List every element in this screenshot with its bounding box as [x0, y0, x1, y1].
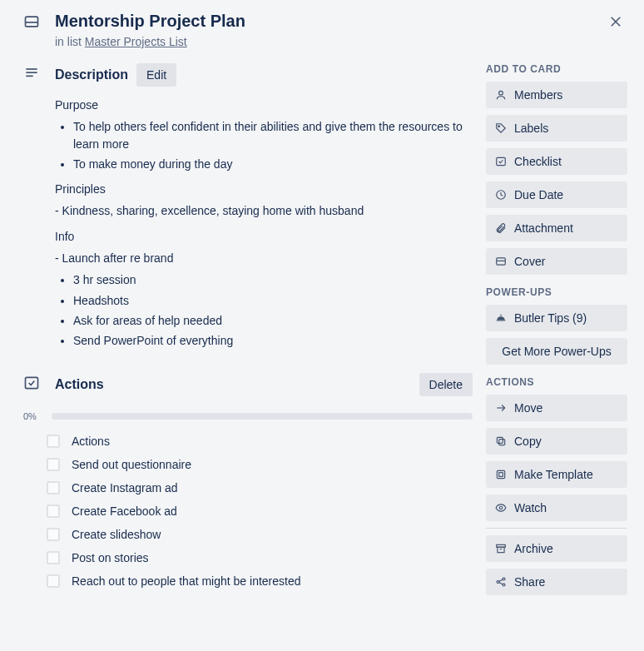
checklist-item-label[interactable]: Create Instagram ad: [72, 481, 178, 494]
delete-checklist-button[interactable]: Delete: [419, 373, 473, 396]
butler-tips-label: Butler Tips (9): [514, 311, 587, 325]
members-icon: [494, 88, 508, 102]
checkbox[interactable]: [47, 574, 60, 588]
add-to-card-heading: Add to card: [486, 63, 627, 75]
butler-icon: [494, 311, 508, 325]
copy-icon: [494, 435, 508, 448]
principles-heading: Principles: [55, 181, 473, 197]
info-heading: Info: [55, 228, 473, 245]
progress-bar: [52, 413, 473, 420]
checklist-label: Checklist: [514, 155, 562, 168]
svg-rect-10: [497, 157, 506, 165]
eye-icon: [494, 501, 508, 514]
svg-line-28: [499, 579, 503, 581]
copy-label: Copy: [514, 435, 542, 448]
checklist-side-icon: [494, 155, 508, 168]
checklist-item-label[interactable]: Actions: [72, 435, 110, 448]
actions-heading: Actions: [486, 376, 627, 388]
divider: [486, 528, 627, 529]
info-item: Ask for areas of help needed: [73, 312, 473, 329]
checkbox[interactable]: [47, 435, 60, 448]
card-list-location: in list Master Projects List: [55, 35, 627, 48]
move-button[interactable]: Move: [486, 395, 627, 421]
svg-rect-18: [497, 437, 503, 443]
svg-point-15: [500, 315, 502, 316]
archive-icon: [494, 542, 508, 555]
checklist-button[interactable]: Checklist: [486, 148, 627, 175]
labels-button[interactable]: Labels: [486, 115, 627, 142]
checklist-item[interactable]: Create slideshow: [23, 523, 473, 546]
list-link[interactable]: Master Projects List: [85, 35, 187, 48]
purpose-item: To make money during the day: [73, 156, 473, 172]
edit-description-button[interactable]: Edit: [136, 63, 176, 87]
checklist-item[interactable]: Send out questionnaire: [23, 453, 473, 476]
purpose-heading: Purpose: [55, 97, 473, 113]
checklist-item[interactable]: Create Facebook ad: [23, 499, 473, 523]
svg-rect-19: [497, 470, 504, 478]
checkbox[interactable]: [47, 481, 60, 494]
purpose-item: To help others feel confident in their a…: [73, 118, 473, 152]
get-powerups-button[interactable]: Get More Power-Ups: [486, 338, 627, 365]
description-heading: Description: [55, 67, 128, 82]
powerups-heading: Power-Ups: [486, 286, 627, 298]
checkbox[interactable]: [47, 504, 60, 518]
share-icon: [494, 575, 508, 589]
svg-point-21: [499, 506, 503, 509]
checkbox[interactable]: [47, 528, 60, 541]
svg-rect-17: [499, 440, 505, 445]
due-date-button[interactable]: Due Date: [486, 181, 627, 208]
labels-label: Labels: [514, 122, 548, 135]
make-template-label: Make Template: [514, 468, 593, 481]
checklist-icon: [23, 373, 43, 406]
card-icon: [23, 10, 43, 30]
checklist-item[interactable]: Reach out to people that might be intere…: [23, 569, 473, 593]
checklist-item-label[interactable]: Send out questionnaire: [72, 458, 191, 471]
get-powerups-label: Get More Power-Ups: [502, 345, 611, 358]
labels-icon: [494, 122, 508, 135]
checklist-item-label[interactable]: Post on stories: [72, 551, 149, 564]
cover-label: Cover: [514, 255, 545, 268]
share-label: Share: [514, 575, 545, 589]
attachment-icon: [494, 221, 508, 235]
archive-label: Archive: [514, 542, 553, 555]
checklist-item[interactable]: Post on stories: [23, 546, 473, 569]
svg-point-9: [498, 126, 500, 127]
clock-icon: [494, 188, 508, 201]
attachment-label: Attachment: [514, 221, 573, 235]
watch-button[interactable]: Watch: [486, 494, 627, 521]
attachment-button[interactable]: Attachment: [486, 215, 627, 241]
description-body[interactable]: Purpose To help others feel confident in…: [55, 97, 473, 350]
svg-rect-20: [499, 473, 503, 477]
svg-point-8: [499, 91, 503, 95]
info-item: Headshots: [73, 292, 473, 309]
close-button[interactable]: [604, 10, 627, 33]
description-icon: [23, 63, 43, 358]
cover-button[interactable]: Cover: [486, 248, 627, 275]
checklist-item-label[interactable]: Create slideshow: [72, 528, 161, 541]
checklist-heading[interactable]: Actions: [55, 377, 104, 392]
svg-rect-23: [498, 547, 504, 552]
card-title[interactable]: Mentorship Project Plan: [55, 10, 627, 32]
share-button[interactable]: Share: [486, 569, 627, 595]
progress-percent: 0%: [23, 411, 43, 421]
svg-rect-7: [26, 377, 38, 388]
arrow-right-icon: [494, 401, 508, 415]
svg-line-29: [499, 583, 503, 584]
archive-button[interactable]: Archive: [486, 535, 627, 562]
copy-button[interactable]: Copy: [486, 428, 627, 455]
checkbox[interactable]: [47, 551, 60, 564]
move-label: Move: [514, 401, 542, 415]
checklist-item[interactable]: Create Instagram ad: [23, 476, 473, 499]
svg-rect-14: [497, 320, 506, 321]
butler-tips-button[interactable]: Butler Tips (9): [486, 305, 627, 331]
checklist-item[interactable]: Actions: [23, 430, 473, 453]
principles-text: - Kindness, sharing, excellence, staying…: [55, 202, 473, 219]
members-button[interactable]: Members: [486, 82, 627, 108]
due-date-label: Due Date: [514, 188, 563, 201]
make-template-button[interactable]: Make Template: [486, 461, 627, 488]
watch-label: Watch: [514, 501, 547, 514]
checklist-item-label[interactable]: Create Facebook ad: [72, 504, 177, 518]
checklist-item-label[interactable]: Reach out to people that might be intere…: [72, 574, 301, 588]
members-label: Members: [514, 88, 562, 102]
checkbox[interactable]: [47, 458, 60, 471]
